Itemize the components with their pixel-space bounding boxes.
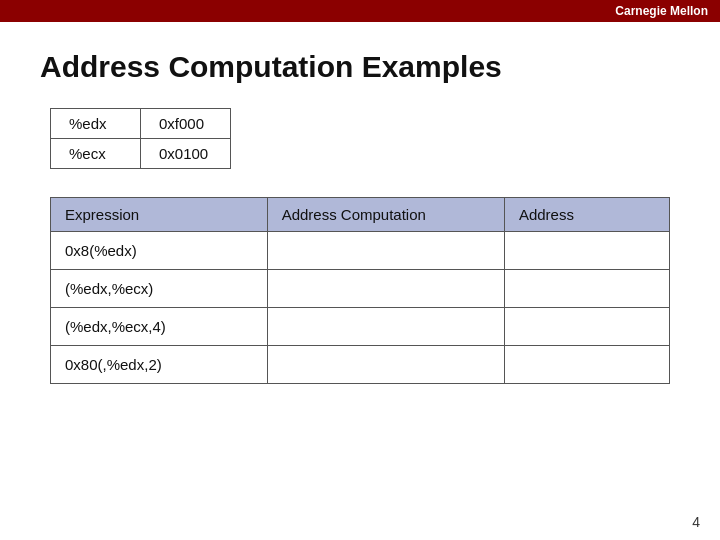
addr-comp-3 — [267, 346, 504, 384]
register-table: %edx 0xf000 %ecx 0x0100 — [50, 108, 231, 169]
address-2 — [504, 308, 669, 346]
top-bar: Carnegie Mellon — [0, 0, 720, 22]
addr-comp-0 — [267, 232, 504, 270]
addr-comp-1 — [267, 270, 504, 308]
table-row: (%edx,%ecx,4) — [51, 308, 670, 346]
page-title: Address Computation Examples — [40, 50, 680, 84]
table-header-row: Expression Address Computation Address — [51, 198, 670, 232]
register-value-ecx: 0x0100 — [141, 139, 231, 169]
address-3 — [504, 346, 669, 384]
expr-0: 0x8(%edx) — [51, 232, 268, 270]
address-1 — [504, 270, 669, 308]
expr-1: (%edx,%ecx) — [51, 270, 268, 308]
header-expression: Expression — [51, 198, 268, 232]
expr-3: 0x80(,%edx,2) — [51, 346, 268, 384]
expr-2: (%edx,%ecx,4) — [51, 308, 268, 346]
table-row: 0x8(%edx) — [51, 232, 670, 270]
addr-comp-2 — [267, 308, 504, 346]
header-address: Address — [504, 198, 669, 232]
table-row: (%edx,%ecx) — [51, 270, 670, 308]
page-number: 4 — [692, 514, 700, 530]
register-row-ecx: %ecx 0x0100 — [51, 139, 231, 169]
register-value-edx: 0xf000 — [141, 109, 231, 139]
header-addr-comp: Address Computation — [267, 198, 504, 232]
register-name-ecx: %ecx — [51, 139, 141, 169]
table-row: 0x80(,%edx,2) — [51, 346, 670, 384]
register-row-edx: %edx 0xf000 — [51, 109, 231, 139]
address-0 — [504, 232, 669, 270]
main-content: Address Computation Examples %edx 0xf000… — [0, 22, 720, 404]
main-table: Expression Address Computation Address 0… — [50, 197, 670, 384]
carnegie-mellon-logo: Carnegie Mellon — [615, 4, 708, 18]
register-name-edx: %edx — [51, 109, 141, 139]
